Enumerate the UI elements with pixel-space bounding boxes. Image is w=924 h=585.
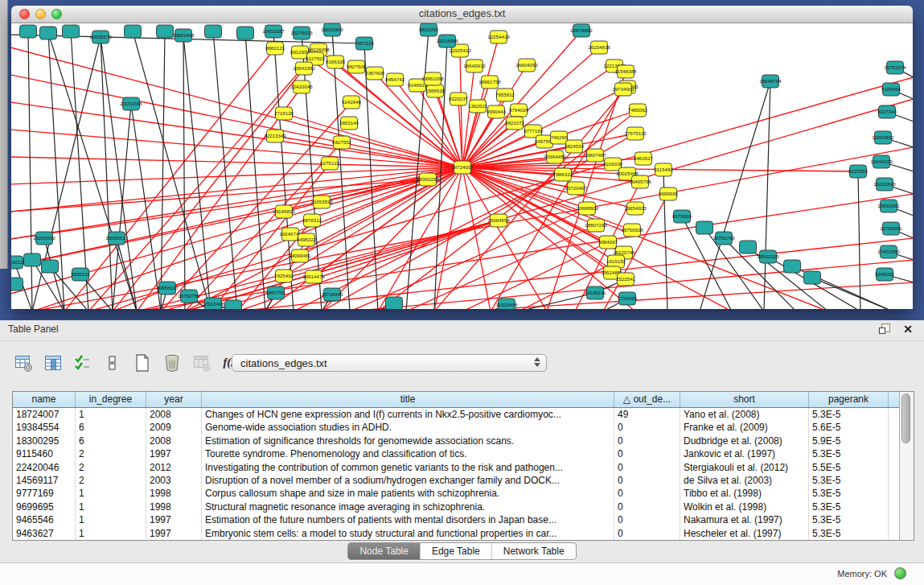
network-window-titlebar[interactable]: citations_edges.txt [11,6,913,23]
column-header-pagerank[interactable]: pagerank [809,392,889,407]
graph-node[interactable] [11,278,23,290]
table-scrollbar[interactable] [899,392,914,540]
graph-node[interactable] [804,271,821,284]
graph-node[interactable] [784,260,801,273]
graph-node[interactable]: 16640910 [463,60,486,72]
graph-node[interactable]: 9084067 [598,236,618,249]
graph-node[interactable]: 15276023 [290,27,313,39]
table-row[interactable]: 1938455462009Genome-wide association stu… [13,421,899,434]
tab-edge-table[interactable]: Edge Table [420,543,491,559]
graph-node[interactable]: 1588520 [425,84,446,97]
graph-node[interactable]: 9463627 [634,152,654,165]
graph-node[interactable]: 19562315 [757,250,779,263]
graph-node[interactable]: 9275122 [320,157,340,170]
graph-node[interactable]: 2718120 [274,107,294,120]
graph-node[interactable]: 10688809 [576,202,598,215]
graph-node[interactable]: 3824554 [565,140,585,153]
table-row[interactable]: 1830029562008Estimation of significance … [13,435,899,447]
graph-node[interactable]: 12213349 [264,130,286,142]
graph-node[interactable]: 7425402 [274,270,294,282]
graph-node[interactable]: 19654923 [624,202,647,215]
table-row[interactable]: 946554611997Estimation of the future num… [13,513,899,526]
graph-node[interactable]: 7955812 [495,89,515,101]
graph-node[interactable]: 8427552 [332,136,352,149]
graph-node[interactable]: 1362615 [468,100,488,113]
network-canvas[interactable]: 1872400712325413166409101696175879558121… [11,23,913,309]
column-header-title[interactable]: title [202,392,614,407]
graph-node[interactable]: 18807299 [585,219,607,232]
graph-node[interactable]: 19218986 [436,35,458,47]
graph-node[interactable]: 8679919 [672,210,692,223]
graph-node[interactable]: 12706951 [880,222,902,235]
graph-node[interactable]: 12444159 [870,155,893,168]
tab-network-table[interactable]: Network Table [491,543,576,559]
graph-node[interactable]: 10958107 [156,282,179,295]
graph-node[interactable]: 8878312 [302,214,322,227]
zoom-window-button[interactable] [51,9,62,19]
graph-node[interactable]: 9794024 [509,104,529,117]
graph-node[interactable]: 12254419 [487,31,510,43]
graph-node[interactable]: 8813054 [419,23,439,36]
close-window-button[interactable] [19,9,30,19]
graph-node[interactable] [225,300,242,309]
graph-node[interactable]: 16782759 [178,290,200,303]
delete-table-icon[interactable] [162,352,183,373]
graph-node[interactable]: 19384554 [487,214,510,227]
graph-node[interactable]: 10807487 [584,149,606,162]
graph-node[interactable]: 9329966 [881,83,901,96]
minimize-window-button[interactable] [35,9,46,19]
table-row[interactable]: 2242004622012Investigating the contribut… [13,461,899,474]
graph-node[interactable]: 9990443 [487,105,507,118]
table-row[interactable]: 1456911722003Disruption of a novel membe… [13,474,899,487]
table-row[interactable]: 911546021997Tourette syndrome. Phenomeno… [13,447,899,460]
column-header-name[interactable]: name [13,392,76,407]
graph-node[interactable]: 746266 [551,131,568,144]
memory-status-indicator[interactable] [894,567,906,579]
graph-node[interactable]: 19166829 [273,205,295,218]
graph-node[interactable]: 16495796 [629,175,651,188]
close-panel-icon[interactable]: ✕ [903,323,913,335]
graph-node[interactable]: 16914479 [302,270,325,283]
graph-node[interactable]: 19734903 [612,83,634,96]
graph-node[interactable]: 9242848 [342,96,362,109]
graph-node[interactable]: 18724007 [451,161,474,174]
table-row[interactable]: 946362711997Embryonic stem cells: a mode… [13,527,899,540]
graph-node[interactable]: 25260690 [33,232,55,245]
graph-node[interactable]: 16791766 [713,232,735,245]
column-header-in_degree[interactable]: in_degree [76,392,146,407]
graph-node[interactable]: 15692951 [877,200,900,212]
graph-node[interactable]: 11923408 [495,299,518,309]
graph-node[interactable]: 20153346 [120,97,142,110]
graph-node[interactable]: 12093832 [872,131,894,144]
graph-node[interactable]: 12923408 [202,298,224,309]
new-table-icon[interactable] [132,352,153,373]
graph-node[interactable]: 17975115 [624,127,647,140]
column-header-year[interactable]: year [146,392,202,407]
graph-node[interactable]: 22420046 [290,80,313,93]
graph-node[interactable] [20,25,37,38]
graph-node[interactable]: 8860123 [265,42,285,55]
graph-node[interactable]: 8186328 [326,56,346,68]
graph-node[interactable]: 9227343 [877,105,897,118]
graph-node[interactable]: 17403350 [877,245,900,258]
graph-node[interactable]: 9115460 [654,163,673,176]
graph-node[interactable]: 9699695 [659,187,679,200]
graph-node[interactable] [24,253,41,266]
table-row[interactable]: 969969511998Structural magnetic resonanc… [13,501,899,513]
graph-node[interactable] [40,27,57,39]
graph-node[interactable]: 2803144 [339,117,359,130]
select-columns-icon[interactable] [72,352,93,373]
graph-node[interactable]: 7886322 [553,168,573,181]
graph-node[interactable]: 16353593 [310,196,333,208]
graph-node[interactable] [740,241,757,253]
graph-node[interactable] [237,27,254,39]
graph-node[interactable]: 1733426 [618,292,638,305]
table-row[interactable]: 1872400712008Changes of HCN gene express… [13,408,899,421]
graph-node[interactable]: 16961758 [478,76,501,89]
graph-node[interactable]: 9857791 [266,286,286,299]
graph-node[interactable]: 19961098 [421,72,444,85]
graph-node[interactable]: 20876882 [570,24,593,37]
graph-node[interactable]: 10653287 [262,25,285,38]
graph-node[interactable] [696,221,713,234]
graph-node[interactable]: 14136141 [584,286,606,299]
